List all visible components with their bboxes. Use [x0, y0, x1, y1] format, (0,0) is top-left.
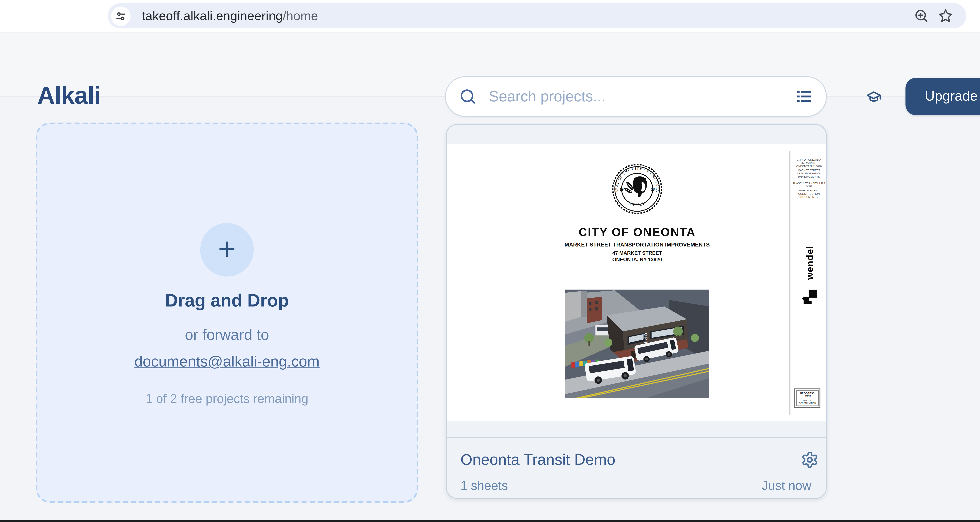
browser-chrome: takeoff.alkali.engineering/home — [0, 0, 980, 34]
doc-subtitle-3: ONEONTA, NY 13820 — [447, 256, 827, 262]
forward-email-link[interactable]: documents@alkali-eng.com — [134, 353, 320, 370]
graduation-cap-icon — [866, 84, 882, 109]
firm-logo: wendel — [792, 238, 827, 308]
app-header: Alkali Upgrade — [0, 32, 980, 96]
search-icon — [459, 88, 477, 105]
bookmark-star-icon[interactable] — [938, 8, 953, 24]
add-project-button[interactable]: + — [200, 223, 254, 276]
transit-hub-rendering: OPT — [565, 289, 710, 398]
titleblock-text: CITY OF ONEONTA 258 MAIN ST. ONEONTA NY … — [790, 158, 827, 199]
plus-icon: + — [218, 233, 236, 264]
screen: takeoff.alkali.engineering/home Alkali — [0, 0, 980, 522]
sheet-count: 1 sheets — [460, 479, 508, 493]
url-path: /home — [283, 8, 318, 22]
zoom-in-icon[interactable] — [913, 8, 929, 24]
doc-subtitle-2: 47 MARKET STREET — [447, 249, 827, 255]
card-divider — [447, 437, 826, 438]
app-logo[interactable]: Alkali — [37, 82, 101, 110]
tune-icon[interactable] — [111, 6, 130, 26]
last-updated: Just now — [762, 479, 811, 493]
svg-text:OPT: OPT — [643, 333, 648, 345]
search-input[interactable] — [487, 87, 795, 106]
doc-subtitle-1: MARKET STREET TRANSPORTATION IMPROVEMENT… — [447, 241, 827, 247]
city-seal: SEAL OF THE CITY OF ONEONTA NEW YORK 19 … — [611, 163, 663, 215]
dropzone-subtitle: or forward to — [37, 326, 417, 344]
search-bar[interactable] — [445, 76, 827, 117]
upload-dropzone[interactable]: + Drag and Drop or forward to documents@… — [36, 123, 418, 503]
list-icon[interactable] — [795, 88, 813, 105]
doc-title: CITY OF ONEONTA — [447, 225, 827, 238]
project-thumbnail[interactable]: SEAL OF THE CITY OF ONEONTA NEW YORK 19 … — [447, 144, 826, 421]
taskbar-edge — [0, 520, 980, 522]
wendel-mark-icon — [802, 289, 818, 306]
project-title[interactable]: Oneonta Transit Demo — [460, 451, 616, 469]
upgrade-button[interactable]: Upgrade — [905, 78, 980, 115]
dropzone-title: Drag and Drop — [37, 291, 417, 311]
firm-logo-text: wendel — [805, 238, 815, 287]
url-domain: takeoff.alkali.engineering — [142, 8, 283, 22]
url-text[interactable]: takeoff.alkali.engineering/home — [142, 8, 913, 23]
project-settings-button[interactable] — [801, 451, 819, 469]
project-card[interactable]: SEAL OF THE CITY OF ONEONTA NEW YORK 19 … — [446, 124, 827, 499]
learn-button[interactable] — [861, 83, 887, 109]
gear-icon — [801, 451, 819, 469]
progress-print-stamp: PROGRESS PRINT NOT FOR CONSTRUCTION — [794, 388, 820, 408]
free-projects-note: 1 of 2 free projects remaining — [37, 392, 417, 406]
url-bar[interactable]: takeoff.alkali.engineering/home — [108, 3, 966, 29]
svg-text:19: 19 — [620, 187, 624, 192]
svg-text:08: 08 — [651, 187, 655, 192]
